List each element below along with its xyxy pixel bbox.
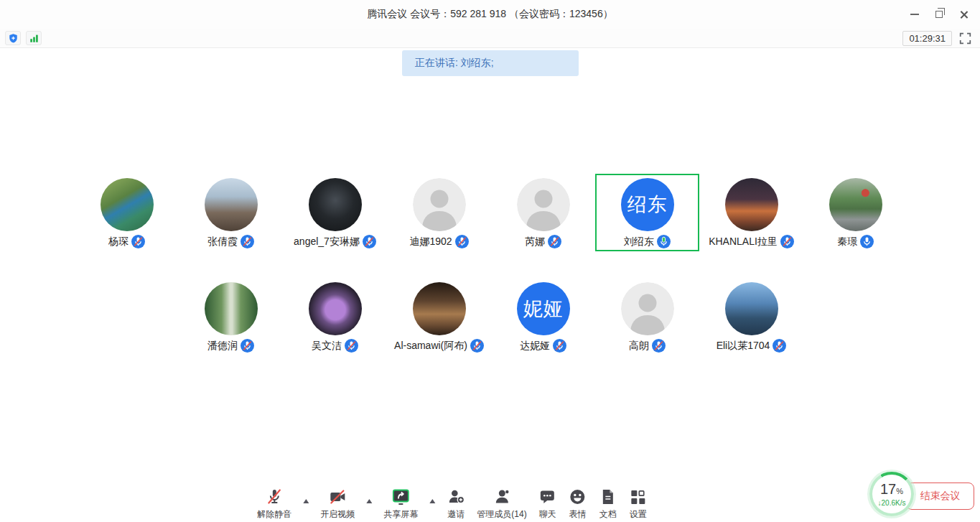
minimize-icon bbox=[910, 14, 919, 15]
security-shield-button[interactable] bbox=[5, 31, 21, 45]
participant-cell[interactable]: 妮娅达妮娅 bbox=[491, 278, 595, 355]
title-bar: 腾讯会议 会议号：592 281 918 （会议密码：123456） bbox=[0, 0, 980, 29]
share-screen-options-caret[interactable] bbox=[429, 499, 435, 503]
unmute-button[interactable]: 解除静音 bbox=[257, 487, 291, 521]
settings-label: 设置 bbox=[630, 508, 647, 521]
active-speaker-banner: 正在讲话: 刘绍东; bbox=[402, 50, 579, 76]
performance-gauge[interactable]: 17% ↓20.6K/s bbox=[869, 472, 914, 516]
avatar bbox=[413, 282, 466, 335]
fullscreen-icon[interactable] bbox=[959, 32, 971, 45]
minimize-button[interactable] bbox=[902, 4, 927, 25]
avatar bbox=[829, 178, 882, 231]
mic-muted-icon bbox=[363, 235, 376, 248]
mic-muted-icon bbox=[241, 339, 254, 353]
unmute-label: 解除静音 bbox=[257, 508, 291, 521]
participant-cell[interactable]: angel_7安琳娜 bbox=[283, 174, 387, 251]
manage-members-button[interactable]: 管理成员(14) bbox=[477, 487, 526, 521]
camera-muted-icon bbox=[328, 487, 347, 506]
participant-cell[interactable]: 高朗 bbox=[595, 278, 699, 355]
restore-icon bbox=[935, 11, 943, 18]
end-meeting-button[interactable]: 结束会议 bbox=[906, 483, 974, 510]
start-video-options-caret[interactable] bbox=[366, 499, 372, 503]
doc-icon bbox=[599, 487, 617, 506]
mic-speaking-icon bbox=[657, 235, 671, 248]
start-video-label: 开启视频 bbox=[320, 508, 355, 521]
docs-button[interactable]: 文档 bbox=[599, 487, 617, 521]
cpu-percent: 17 bbox=[880, 481, 896, 497]
participant-name: 吴文洁 bbox=[312, 340, 342, 353]
invite-button[interactable]: 邀请 bbox=[447, 487, 465, 521]
invite-label: 邀请 bbox=[447, 508, 465, 521]
default-avatar bbox=[621, 282, 674, 335]
avatar bbox=[725, 178, 778, 231]
status-bar: 01:29:31 bbox=[0, 29, 980, 48]
mic-muted-icon bbox=[131, 235, 145, 248]
emoji-icon bbox=[569, 487, 587, 506]
network-signal-icon bbox=[29, 33, 39, 44]
close-icon bbox=[959, 10, 969, 19]
participant-cell[interactable]: KHANLALI拉里 bbox=[699, 174, 803, 251]
avatar bbox=[725, 282, 778, 335]
chat-icon bbox=[538, 487, 557, 506]
percent-sign: % bbox=[896, 487, 903, 495]
participant-cell[interactable]: 迪娜1902 bbox=[387, 174, 491, 251]
start-video-button[interactable]: 开启视频 bbox=[320, 487, 355, 521]
avatar bbox=[205, 282, 258, 335]
participant-cell[interactable]: 潘德润 bbox=[179, 278, 283, 355]
participant-name: 达妮娅 bbox=[520, 340, 550, 353]
participant-cell[interactable]: Al-samawi(阿布) bbox=[387, 278, 491, 355]
avatar bbox=[205, 178, 258, 231]
participant-cell[interactable]: 张倩霞 bbox=[179, 174, 283, 251]
participant-name: Eli以莱1704 bbox=[717, 340, 770, 353]
participant-name: KHANLALI拉里 bbox=[709, 236, 778, 248]
mic-on-icon bbox=[860, 235, 874, 248]
participant-row-1: 杨琛 张倩霞 angel_7安琳娜 迪娜1902 芮娜 绍东刘绍东 KHANLA… bbox=[75, 174, 907, 251]
meeting-timer: 01:29:31 bbox=[902, 31, 952, 46]
participant-cell[interactable]: 吴文洁 bbox=[283, 278, 387, 355]
network-quality-button[interactable] bbox=[26, 31, 42, 45]
mic-muted-icon bbox=[455, 235, 469, 248]
mic-muted-icon bbox=[265, 487, 284, 506]
participant-name: 刘绍东 bbox=[624, 236, 654, 248]
window-title: 腾讯会议 会议号：592 281 918 （会议密码：123456） bbox=[367, 8, 612, 21]
participant-name: 杨琛 bbox=[108, 236, 129, 248]
share-screen-icon bbox=[391, 487, 411, 506]
emoji-button[interactable]: 表情 bbox=[569, 487, 587, 521]
mic-muted-icon bbox=[548, 235, 561, 248]
shield-icon bbox=[8, 33, 19, 44]
participant-row-2: 潘德润 吴文洁 Al-samawi(阿布) 妮娅达妮娅 高朗 Eli以莱1704 bbox=[179, 278, 803, 355]
settings-icon bbox=[629, 487, 648, 506]
participant-name: 张倩霞 bbox=[207, 236, 238, 248]
avatar bbox=[309, 178, 362, 231]
share-screen-button[interactable]: 共享屏幕 bbox=[383, 487, 418, 521]
mic-muted-icon bbox=[470, 339, 484, 353]
chat-button[interactable]: 聊天 bbox=[538, 487, 557, 521]
mic-muted-icon bbox=[652, 339, 666, 353]
mic-muted-icon bbox=[780, 235, 794, 248]
participant-name: 秦璟 bbox=[837, 236, 857, 248]
participant-cell[interactable]: 芮娜 bbox=[491, 174, 595, 251]
chat-label: 聊天 bbox=[539, 508, 556, 521]
participant-cell[interactable]: 绍东刘绍东 bbox=[595, 174, 699, 251]
participant-name: 高朗 bbox=[629, 340, 649, 353]
members-icon bbox=[493, 487, 511, 506]
close-button[interactable] bbox=[951, 4, 976, 25]
invite-icon bbox=[447, 487, 465, 506]
settings-button[interactable]: 设置 bbox=[629, 487, 648, 521]
default-avatar bbox=[413, 178, 466, 231]
restore-button[interactable] bbox=[927, 4, 951, 25]
avatar bbox=[101, 178, 154, 231]
window-controls bbox=[902, 0, 976, 29]
participant-cell[interactable]: Eli以莱1704 bbox=[699, 278, 803, 355]
avatar: 绍东 bbox=[621, 178, 674, 231]
gauge-readout: 17% ↓20.6K/s bbox=[872, 475, 911, 513]
mic-muted-icon bbox=[345, 339, 358, 353]
network-speed: 20.6K/s bbox=[882, 499, 906, 507]
participant-cell[interactable]: 秦璟 bbox=[803, 174, 907, 251]
participant-name: 迪娜1902 bbox=[409, 236, 452, 248]
unmute-options-caret[interactable] bbox=[303, 499, 309, 503]
share-screen-label: 共享屏幕 bbox=[383, 508, 418, 521]
default-avatar bbox=[517, 178, 570, 231]
manage-members-label: 管理成员(14) bbox=[477, 508, 526, 521]
participant-cell[interactable]: 杨琛 bbox=[75, 174, 179, 251]
